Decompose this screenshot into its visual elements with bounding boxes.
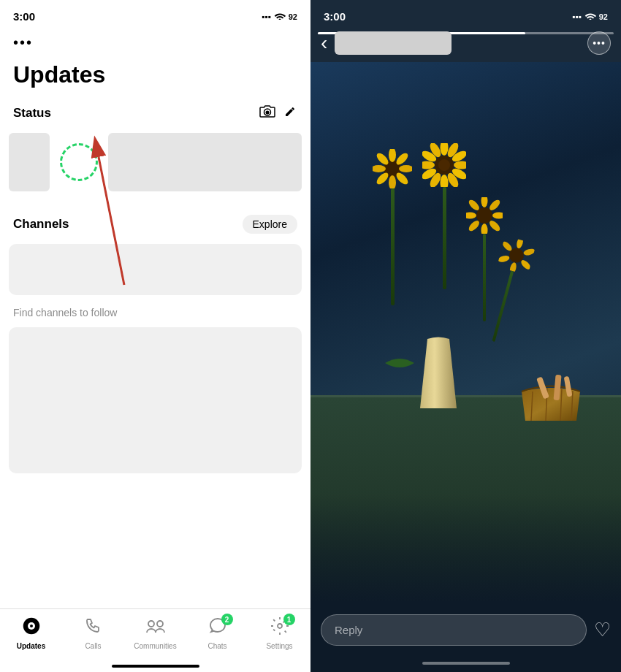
svg-point-28: [454, 161, 466, 169]
painting-canvas: [310, 62, 621, 603]
svg-point-31: [441, 175, 449, 187]
right-panel: 3:00 ▪▪▪ 92 ‹ •••: [310, 0, 621, 672]
channels-placeholder: [9, 327, 302, 473]
svg-point-34: [422, 161, 435, 169]
channels-section-header: Channels Explore: [0, 209, 310, 240]
svg-point-6: [278, 624, 282, 628]
updates-icon: [22, 616, 41, 640]
story-header: ‹ •••: [310, 27, 621, 62]
chats-icon: 2: [208, 616, 227, 640]
reply-input[interactable]: Reply: [321, 614, 587, 646]
bottom-fade: [310, 495, 621, 603]
status-action-icons: [259, 104, 297, 121]
more-dots-icon: •••: [593, 37, 606, 49]
story-user-name-box: [335, 31, 452, 55]
status-circle-container[interactable]: [56, 133, 102, 191]
svg-point-45: [466, 213, 476, 219]
spacer: [321, 646, 611, 652]
camera-icon[interactable]: [259, 104, 275, 121]
status-area: [0, 127, 310, 197]
communities-icon: [145, 616, 166, 640]
calls-icon: [84, 616, 103, 640]
communities-label: Communities: [134, 642, 176, 650]
bottom-nav: Updates Calls Communities: [0, 608, 310, 665]
left-panel: 3:00 ▪▪▪ 92 ••• Updates Status: [0, 0, 310, 672]
signal-icon-left: ▪▪▪: [262, 12, 271, 22]
find-channels-text: Find channels to follow: [0, 299, 310, 323]
settings-badge: 1: [283, 614, 295, 625]
battery-right: 92: [599, 12, 608, 21]
svg-point-17: [389, 149, 396, 162]
svg-point-23: [373, 165, 386, 172]
updates-label: Updates: [17, 642, 45, 650]
pencil-icon[interactable]: [284, 104, 297, 121]
stem-2: [443, 187, 446, 289]
svg-point-25: [441, 143, 449, 156]
home-indicator-left: [112, 665, 199, 668]
heart-button[interactable]: ♡: [594, 619, 611, 641]
story-user-info: ‹: [321, 31, 452, 55]
svg-point-3: [30, 625, 33, 627]
svg-point-5: [157, 621, 163, 627]
channels-section: Channels Explore Find channels to follow: [0, 209, 310, 478]
nav-item-calls[interactable]: Calls: [72, 616, 115, 650]
leaf-1: [385, 354, 414, 375]
menu-button[interactable]: •••: [0, 27, 310, 58]
nav-item-communities[interactable]: Communities: [134, 616, 178, 650]
explore-button[interactable]: Explore: [243, 215, 297, 234]
chats-badge: 2: [221, 614, 233, 625]
status-bar-left: 3:00 ▪▪▪ 92: [0, 0, 310, 27]
signal-icon-right: ▪▪▪: [572, 12, 582, 22]
stem-1: [391, 188, 395, 305]
time-left: 3:00: [13, 10, 35, 23]
painting-vase: [413, 335, 464, 408]
page-title: Updates: [0, 58, 310, 99]
svg-point-47: [476, 207, 492, 224]
sunflower-1: [373, 149, 412, 305]
settings-label: Settings: [266, 642, 292, 650]
chats-label: Chats: [207, 642, 226, 650]
svg-point-4: [148, 621, 154, 627]
channels-label: Channels: [13, 217, 69, 232]
story-more-button[interactable]: •••: [587, 31, 611, 55]
svg-point-21: [389, 175, 396, 188]
wifi-icon-left: [274, 11, 286, 22]
svg-point-52: [497, 254, 510, 263]
channels-empty-box: [9, 244, 302, 295]
reply-bar: Reply ♡: [321, 614, 611, 646]
svg-point-0: [266, 111, 270, 115]
painting-basket: [518, 373, 584, 424]
calls-label: Calls: [85, 642, 101, 650]
story-image-area: [310, 62, 621, 603]
status-label: Status: [13, 106, 51, 121]
home-indicator-right: [422, 662, 510, 665]
status-section-header: Status: [0, 99, 310, 127]
sunflower-2: [422, 143, 466, 289]
settings-icon: 1: [270, 616, 289, 640]
time-right: 3:00: [324, 10, 346, 23]
menu-dots-icon: •••: [13, 34, 33, 50]
status-thumb-right: [108, 133, 302, 191]
reply-area: Reply ♡: [310, 603, 621, 662]
stem-4: [492, 270, 514, 342]
status-thumb-left: [9, 133, 50, 191]
status-add-circle: [60, 143, 98, 181]
svg-point-38: [438, 159, 450, 171]
svg-point-19: [399, 165, 412, 172]
status-icons-right: ▪▪▪ 92: [572, 11, 608, 22]
battery-left: 92: [289, 12, 297, 21]
nav-item-updates[interactable]: Updates: [9, 616, 53, 650]
nav-item-settings[interactable]: 1 Settings: [258, 616, 302, 650]
home-indicator-container-right: [310, 662, 621, 672]
wifi-icon-right: [584, 11, 596, 22]
svg-point-41: [492, 213, 503, 219]
nav-item-chats[interactable]: 2 Chats: [196, 616, 240, 650]
status-icons-left: ▪▪▪ 92: [262, 11, 297, 22]
story-back-button[interactable]: ‹: [321, 31, 327, 55]
status-bar-right: 3:00 ▪▪▪ 92: [310, 0, 621, 27]
svg-point-39: [481, 197, 487, 207]
svg-point-43: [481, 224, 487, 234]
